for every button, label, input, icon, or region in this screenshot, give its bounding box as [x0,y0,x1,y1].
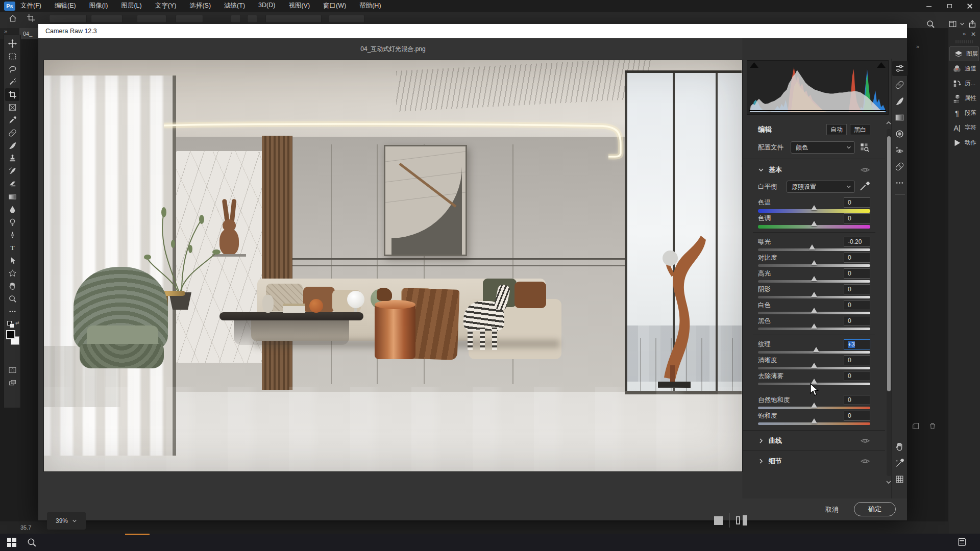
dialog-title[interactable]: Camera Raw 12.3 [38,24,907,38]
scrollbar-thumb[interactable] [887,136,891,391]
slider-value-exposure[interactable]: -0.20 [844,237,870,247]
white-balance-select[interactable]: 原照设置 [787,181,855,193]
slider-track-tint[interactable] [758,225,870,229]
slider-value-shadows[interactable]: 0 [844,284,870,294]
acr-grid-tool[interactable] [892,471,908,487]
white-balance-eyedropper-icon[interactable] [859,181,870,192]
new-layer-icon[interactable] [912,422,920,430]
slider-value-temp[interactable]: 0 [844,197,870,208]
hand-tool[interactable] [5,280,19,292]
menu-item-9[interactable]: 窗口(W) [323,2,346,10]
toolbar-collapse-arrows[interactable]: » [4,28,7,34]
slider-track-exposure[interactable] [758,248,870,251]
dock-close-icon[interactable]: ✕ [971,31,976,38]
quick-mask-button[interactable] [5,364,19,377]
zoom-tool[interactable] [5,292,19,305]
close-button[interactable] [960,0,980,12]
marquee-tool[interactable] [5,50,19,63]
pen-tool[interactable] [5,229,19,241]
slider-thumb-texture[interactable] [813,347,819,352]
acr-presets-tool[interactable] [892,159,908,174]
menu-item-7[interactable]: 3D(D) [258,2,275,10]
zoom-readout[interactable]: 35.7 [20,524,31,531]
windows-start-button[interactable] [7,538,16,547]
slider-value-blacks[interactable]: 0 [844,316,870,326]
cancel-button[interactable]: 取消 [814,503,850,517]
path-selection-tool[interactable] [5,254,19,267]
slider-thumb-whites[interactable] [811,308,817,313]
option-field[interactable] [49,15,87,23]
acr-white-balance-tool[interactable] [892,455,908,470]
option-icon[interactable] [231,15,241,23]
slider-value-highlights[interactable]: 0 [844,268,870,279]
healing-brush-tool[interactable] [5,127,19,139]
menu-item-6[interactable]: 滤镜(T) [224,2,245,10]
home-icon[interactable] [8,14,17,23]
swap-colors-icon[interactable]: ⇄ [15,320,19,325]
slider-track-clarity[interactable] [758,367,870,369]
screen-mode-button[interactable] [5,377,19,389]
menu-item-3[interactable]: 图层(L) [121,2,141,10]
slider-value-vibrance[interactable]: 0 [844,395,870,405]
minimize-button[interactable] [919,0,939,12]
option-checkbox[interactable] [265,15,322,23]
type-tool[interactable]: T [5,241,19,254]
slider-value-saturation[interactable]: 0 [844,411,870,421]
panel-scrollbar[interactable] [887,129,891,476]
blur-tool[interactable] [5,203,19,216]
gradient-tool[interactable] [5,190,19,203]
move-tool[interactable] [5,37,19,50]
acr-edit-tool[interactable] [892,61,908,76]
foreground-color[interactable] [6,330,15,339]
shape-tool[interactable] [5,267,19,280]
slider-thumb-exposure[interactable] [809,244,815,249]
curves-section-header[interactable]: 曲线 [743,430,885,450]
acr-red-eye-tool[interactable] [892,142,908,158]
dock-tab-动作[interactable]: 动作 [948,135,980,150]
eraser-tool[interactable] [5,178,19,190]
slider-value-contrast[interactable]: 0 [844,253,870,263]
bw-button[interactable]: 黑白 [850,124,870,135]
workspace-icon[interactable] [948,19,958,29]
menu-item-5[interactable]: 选择(S) [189,2,211,10]
slider-thumb-blacks[interactable] [811,323,817,329]
slider-track-blacks[interactable] [758,328,870,330]
option-field[interactable] [137,15,166,23]
slider-thumb-contrast[interactable] [811,260,817,265]
brush-tool[interactable] [5,139,19,152]
share-icon[interactable] [968,19,977,29]
eye-icon[interactable] [860,456,870,466]
eyedropper-tool[interactable] [5,114,19,127]
slider-value-tint[interactable]: 0 [844,213,870,223]
menu-item-0[interactable]: 文件(F) [20,2,41,10]
search-icon[interactable] [926,19,935,29]
auto-button[interactable]: 自动 [826,124,847,135]
detail-section-header[interactable]: 细节 [743,450,885,471]
slider-thumb-temp[interactable] [811,205,817,210]
before-after-button[interactable] [736,515,748,525]
acr-graduated-filter-tool[interactable] [892,110,908,125]
slider-track-temp[interactable] [758,209,870,213]
dock-grip[interactable] [955,40,973,43]
option-checkbox[interactable] [329,15,364,23]
frame-tool[interactable] [5,101,19,114]
slider-thumb-tint[interactable] [811,221,817,226]
slider-thumb-highlights[interactable] [811,276,817,281]
zoom-select[interactable]: 39% [47,512,86,530]
acr-more-tool[interactable] [892,175,908,190]
basic-section-header[interactable]: 基本 [758,161,870,179]
slider-thumb-saturation[interactable] [811,418,817,423]
dock-collapse-arrows[interactable]: » [963,31,966,37]
slider-track-texture[interactable] [758,351,870,354]
option-icon[interactable] [247,15,257,23]
dock-tab-通道[interactable]: 通道 [948,61,980,76]
slider-track-whites[interactable] [758,312,870,314]
acr-adjustment-brush-tool[interactable] [892,93,908,109]
object-selection-tool[interactable] [5,76,19,88]
lasso-tool[interactable] [5,63,19,76]
profile-select[interactable]: 颜色 [791,141,855,154]
taskbar-search-icon[interactable] [27,537,37,547]
dock-tab-历...[interactable]: 历... [948,76,980,91]
slider-value-dehaze[interactable]: 0 [844,371,870,381]
histogram[interactable] [747,60,889,115]
